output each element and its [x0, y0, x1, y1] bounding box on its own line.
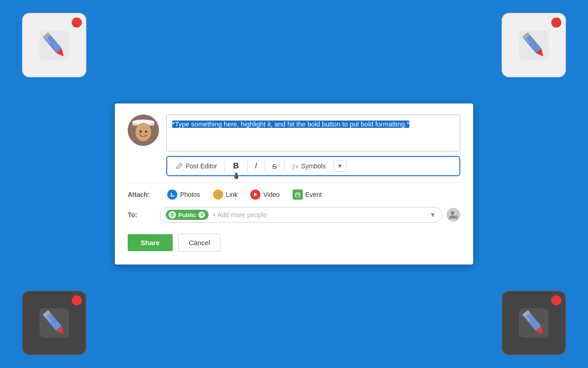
- link-button[interactable]: 🔗 Link: [207, 188, 244, 201]
- avatar: [128, 115, 159, 146]
- event-icon: [293, 190, 303, 200]
- notification-dot: [72, 17, 82, 28]
- corner-icon-bottom-right: [502, 291, 566, 355]
- attach-row: Attach: Photos 🔗 Link Video: [128, 183, 460, 201]
- to-label: To:: [128, 211, 155, 218]
- italic-button[interactable]: I: [249, 159, 263, 173]
- add-person-button[interactable]: [447, 208, 460, 222]
- public-tag: Public ✕: [166, 210, 209, 220]
- corner-icon-top-left: [22, 13, 86, 77]
- cancel-button[interactable]: Cancel: [178, 234, 221, 252]
- text-area-wrapper: *Type something here, highlight it, and …: [166, 115, 460, 176]
- video-label: Video: [263, 191, 280, 198]
- selected-text: *Type something here, highlight it, and …: [172, 121, 409, 128]
- svg-point-24: [140, 131, 142, 133]
- svg-point-25: [145, 131, 147, 133]
- format-toolbar: Post Editor B I: [166, 156, 460, 176]
- action-buttons: Share Cancel: [128, 234, 460, 252]
- notification-dot: [551, 17, 561, 28]
- event-label: Event: [305, 191, 322, 198]
- strikethrough-button[interactable]: S: [267, 160, 283, 173]
- post-dialog: *Type something here, highlight it, and …: [115, 104, 473, 264]
- to-field[interactable]: Public ✕ + Add more people ▼: [160, 207, 442, 223]
- pencil-icon: [515, 27, 552, 63]
- post-area: *Type something here, highlight it, and …: [128, 115, 460, 176]
- event-button[interactable]: Event: [286, 188, 328, 201]
- video-button[interactable]: Video: [244, 188, 286, 201]
- notification-dot: [551, 295, 561, 305]
- attach-label: Attach:: [128, 191, 155, 198]
- person-add-icon: [449, 210, 458, 219]
- svg-point-23: [136, 123, 151, 141]
- pencil-icon: [36, 305, 73, 341]
- symbols-button[interactable]: ƒx Symbols: [287, 160, 331, 172]
- divider-1: [224, 160, 225, 172]
- bold-label: B: [233, 161, 238, 171]
- symbols-label: Symbols: [301, 162, 326, 170]
- post-text-display[interactable]: *Type something here, highlight it, and …: [166, 115, 460, 151]
- strikethrough-label: S: [272, 162, 277, 170]
- bold-button[interactable]: B: [226, 159, 245, 173]
- photos-icon: [167, 190, 177, 200]
- italic-label: I: [255, 161, 257, 171]
- to-row: To: Public ✕ + Add more people ▼: [128, 207, 460, 223]
- link-label: Link: [226, 191, 238, 198]
- svg-point-35: [451, 211, 454, 215]
- share-button[interactable]: Share: [128, 234, 173, 251]
- svg-rect-28: [295, 193, 300, 197]
- remove-public-button[interactable]: ✕: [198, 212, 205, 218]
- add-more-people-input[interactable]: + Add more people: [212, 211, 426, 218]
- svg-marker-27: [254, 193, 257, 196]
- post-editor-label: Post Editor: [186, 162, 217, 170]
- globe-icon: [169, 211, 176, 218]
- avatar-image: [128, 115, 159, 146]
- notification-dot: [72, 295, 82, 305]
- pencil-small-icon: [175, 162, 183, 170]
- corner-icon-bottom-left: [22, 291, 86, 355]
- photos-button[interactable]: Photos: [161, 188, 207, 201]
- corner-icon-top-right: [502, 13, 566, 77]
- fx-icon: ƒx: [292, 163, 299, 170]
- pencil-icon: [515, 305, 552, 341]
- toolbar-expand-button[interactable]: ▼: [333, 161, 347, 172]
- divider-3: [265, 160, 265, 172]
- divider-2: [247, 160, 248, 172]
- expand-label: ▼: [337, 163, 343, 169]
- video-icon: [250, 190, 260, 200]
- link-icon: 🔗: [213, 190, 223, 200]
- to-dropdown-arrow[interactable]: ▼: [430, 211, 436, 218]
- svg-point-26: [170, 193, 172, 194]
- public-label: Public: [178, 212, 196, 218]
- divider-4: [284, 160, 285, 172]
- cursor-icon: [232, 172, 240, 182]
- photos-label: Photos: [180, 191, 200, 198]
- pencil-icon: [36, 27, 73, 63]
- post-editor-button[interactable]: Post Editor: [170, 160, 222, 172]
